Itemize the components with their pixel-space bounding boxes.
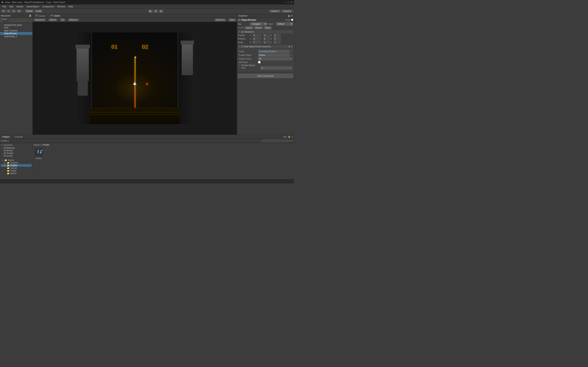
direction-arrow: [134, 56, 137, 58]
position-z-input[interactable]: [274, 34, 281, 37]
svg-marker-3: [40, 150, 42, 153]
active-checkbox[interactable]: ✓: [238, 19, 240, 21]
titlebar: ■ Unity - Main.unity - ObjectPoolingDemo…: [0, 0, 294, 4]
project-search-input[interactable]: [262, 139, 287, 142]
scale-z-input[interactable]: [274, 41, 281, 44]
menu-assets[interactable]: Assets: [15, 5, 25, 8]
static-checkbox[interactable]: [291, 19, 293, 21]
hierarchy-lock-icon[interactable]: 🔒: [29, 14, 32, 17]
menu-component[interactable]: Component: [41, 5, 56, 8]
tag-dropdown[interactable]: Untagged: [250, 22, 267, 26]
position-y-input[interactable]: [263, 34, 270, 37]
gizmos-button[interactable]: Gizmos ▾: [215, 18, 226, 21]
pivot-button[interactable]: Center: [25, 9, 34, 13]
asset-bullets[interactable]: Bullets: [34, 147, 44, 160]
menu-gameobject[interactable]: GameObject: [25, 5, 41, 8]
minimize-btn[interactable]: ─: [285, 1, 287, 4]
breadcrumb-assets[interactable]: Assets: [34, 144, 40, 146]
view-icon-small[interactable]: ⊞: [287, 140, 289, 142]
fav-all-scripts[interactable]: ⌕ All Scripts: [1, 155, 32, 157]
add-component-button[interactable]: Add Component: [238, 74, 293, 78]
will-grow-checkbox[interactable]: [258, 61, 260, 63]
tree-prefabs[interactable]: ▶ 📁 Prefabs: [1, 164, 32, 167]
menu-window[interactable]: Window: [56, 5, 67, 8]
effects-button[interactable]: Effects ▾: [68, 18, 79, 21]
rotation-x-input[interactable]: [253, 37, 260, 40]
settings-project-icon[interactable]: ⚙: [291, 140, 293, 142]
script-section-header[interactable]: ▼ ✓ New Object Pooler Script (Sc... ⚙ ?: [238, 45, 293, 48]
stats-button[interactable]: Stats: [228, 18, 236, 21]
tree-sprites[interactable]: 📁 Sprites: [1, 172, 32, 175]
tab-project[interactable]: Project: [0, 135, 12, 139]
tree-finished[interactable]: ▶ 📁 Finished: [1, 161, 32, 164]
target-icon[interactable]: ⊙: [291, 50, 292, 53]
position-x-input[interactable]: [253, 34, 260, 37]
create-button[interactable]: Create ▾: [1, 18, 7, 22]
menu-help[interactable]: Help: [67, 5, 75, 8]
panel-lock-icon[interactable]: 🔒: [288, 136, 290, 138]
fav-all-prefabs[interactable]: ⌕ All Prefabs: [1, 152, 32, 155]
size-input[interactable]: [260, 67, 292, 69]
hier-item-background-back[interactable]: background_back: [0, 24, 33, 26]
tab-scene[interactable]: 🎬 Scene: [33, 14, 48, 18]
fav-all-materials[interactable]: ⌕ All Materials: [1, 147, 32, 149]
transform-section-header[interactable]: ▼ ⊞ Transform: [238, 30, 293, 33]
close-btn[interactable]: ✕: [291, 1, 292, 4]
scale-x-input[interactable]: [253, 41, 260, 44]
pooled-target-icon[interactable]: ⊙: [291, 54, 292, 56]
rotation-row: Rotation X Y Z: [238, 37, 293, 40]
hier-item-main-camera[interactable]: Main Camera: [0, 29, 33, 32]
tree-prefabs-label: Prefabs: [10, 164, 17, 167]
script-settings-icon[interactable]: ⚙: [288, 45, 290, 48]
hier-item-spaceship1[interactable]: Spaceship_1: [0, 35, 33, 38]
create-project-button[interactable]: Create ▾: [1, 140, 9, 142]
undo-button[interactable]: ⟳: [1, 9, 6, 13]
scale-y-input[interactable]: [263, 41, 270, 44]
tree-scenes[interactable]: 📁 Scenes: [1, 167, 32, 169]
fav-all-materials-label: All Materials: [4, 147, 15, 149]
inspector-menu-icon[interactable]: ☰: [291, 15, 293, 17]
menu-edit[interactable]: Edit: [8, 5, 15, 8]
view-icon-list[interactable]: ☰: [289, 140, 291, 142]
script-help-icon[interactable]: ?: [291, 45, 292, 48]
position-y-field: Y: [260, 34, 270, 37]
rotation-z-input[interactable]: [274, 37, 281, 40]
pause-button[interactable]: ⏸: [154, 9, 158, 13]
expand-icon[interactable]: ▶: [285, 136, 287, 138]
inspector-lock-icon[interactable]: 🔒: [288, 15, 290, 17]
prefab-apply-button[interactable]: Apply: [264, 26, 272, 29]
menu-file[interactable]: File: [1, 5, 8, 8]
rotation-y-input[interactable]: [263, 37, 270, 40]
prefab-select-button[interactable]: Select: [245, 26, 253, 29]
script-active-checkbox[interactable]: ✓: [241, 46, 243, 48]
hier-item-fps[interactable]: FPS: [0, 26, 33, 29]
redo-button[interactable]: ↺: [11, 9, 16, 13]
fav-all-models[interactable]: ⌕ All Models: [1, 149, 32, 152]
collapse-icon[interactable]: ◀: [283, 136, 285, 138]
prefab-revert-button[interactable]: Revert: [254, 26, 263, 29]
tree-scripts[interactable]: 📁 Scripts: [1, 169, 32, 172]
breadcrumb-prefabs[interactable]: Prefabs: [43, 144, 49, 146]
play-button[interactable]: ▶: [148, 9, 153, 13]
panel-close-icon[interactable]: ✕: [291, 136, 293, 138]
tab-game[interactable]: 🎮 Game: [48, 14, 63, 18]
bullets-thumbnail: [34, 147, 44, 157]
rgb-button[interactable]: RGB ▾: [48, 18, 57, 21]
settings-button[interactable]: ⚙: [17, 9, 21, 13]
layers-button[interactable]: Layers ▾: [269, 9, 281, 13]
2d-button[interactable]: 2D: [60, 18, 66, 21]
hier-item-objectpooler[interactable]: ObjectPooler: [0, 32, 33, 35]
tab-console[interactable]: Console: [12, 135, 25, 139]
layer-dropdown[interactable]: Default: [276, 22, 293, 26]
space-button[interactable]: Local: [35, 9, 43, 13]
game-viewport[interactable]: 01 02: [33, 22, 237, 134]
assets-tree: ▼ 📁 Assets ▶ 📁 Finished ▶ 📁 Prefabs: [1, 159, 32, 175]
step-button[interactable]: ⏭: [159, 9, 163, 13]
display-button[interactable]: Textured ▾: [34, 18, 46, 21]
layout-button[interactable]: Layout ▾: [281, 9, 293, 13]
tree-assets[interactable]: ▼ 📁 Assets: [1, 159, 32, 161]
pooled-objects-header[interactable]: ▼ Pooled Objects: [239, 64, 292, 67]
add-button[interactable]: +: [7, 9, 11, 13]
pooled-count-input[interactable]: [258, 57, 292, 60]
maximize-btn[interactable]: □: [288, 1, 289, 4]
